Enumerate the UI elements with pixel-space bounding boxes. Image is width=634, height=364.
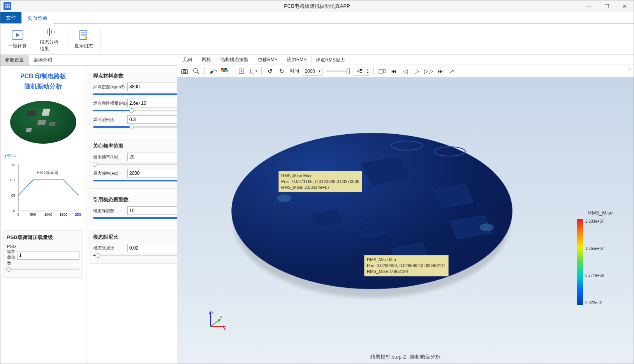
svg-marker-51 [360,155,411,186]
solder-modulus-input[interactable] [127,99,177,107]
damp-ratio-slider[interactable] [93,255,177,256]
solder-modulus-slider[interactable] [93,110,177,111]
cube-color-icon[interactable]: ▾ [220,66,230,76]
next-icon[interactable]: ▷▷ [424,66,434,76]
max-freq-input[interactable] [127,169,177,178]
chart-legend: PSD载荷谱 [37,170,58,175]
camera-icon[interactable] [180,66,190,76]
annotation-max: RMS_Mise Max Pos: -0.0271166,-0.0123289,… [278,171,362,192]
ribbon: 一键计算 模态分析结果 显示日志 [0,24,634,55]
frame-spinner[interactable]: ▲▼ [354,67,370,76]
play-icon[interactable]: ▷ [412,66,422,76]
group-psd-load: PSD载荷谱加载量级 PSD谱加载倍数 [4,230,83,278]
vtab-modal-shape[interactable]: 结构模态振型 [216,55,253,65]
psd-multiplier-slider[interactable] [7,269,79,270]
mode-count-slider[interactable] [93,217,177,219]
rotate-cw-icon[interactable]: ↻ [276,66,287,76]
brush-icon[interactable]: 🖌▾ [208,66,218,76]
waveform-icon [44,26,57,37]
svg-rect-46 [379,69,383,73]
svg-text:x: x [224,327,226,331]
svg-point-50 [434,147,465,156]
solder-density-slider[interactable] [93,93,177,95]
show-log-button[interactable]: 显示日志 [70,25,98,53]
fit-icon[interactable] [236,66,247,76]
annotation-min: RMS_Mise Min Pos: 0.0290498,-0.0265992,0… [364,255,449,276]
group-modes: 引用模态振型数 模态阵型数 [90,193,177,226]
svg-rect-16 [42,109,51,116]
vtab-stress-rms[interactable]: 应力RMS [283,55,311,65]
axis-gizmo: z x y [204,309,228,332]
export-icon[interactable]: ↗ [447,66,457,76]
svg-line-35 [197,72,199,74]
svg-point-49 [391,141,423,150]
solder-poisson-slider[interactable] [93,126,177,128]
last-icon[interactable]: ⏭ [435,66,446,76]
close-button[interactable]: ✕ [616,0,634,12]
solder-poisson-input[interactable] [127,115,177,124]
time-label: 时间: [290,68,300,74]
group-freq: 关心频率范围 最小频率(Hz) 最大频率(Hz) [90,139,177,189]
svg-text:0: 0 [17,213,19,216]
solder-density-input[interactable] [127,83,177,91]
first-icon[interactable]: ⏮ [389,66,399,76]
vtab-solder-rms[interactable]: 焊点RMS应力 [312,55,349,65]
vtab-mesh[interactable]: 网格 [197,55,215,65]
view-toolbar: 🖌▾ ▾ ▾ ↺ ↻ 时间: 2000 ▲▼ ⏮ ◁ ▷ ▷▷ ⏭ ↗ [177,65,634,77]
expand-toolbar-icon[interactable]: ⤢ [628,67,631,72]
maximize-button[interactable]: ☐ [598,0,616,12]
vtab-geom[interactable]: 几何 [179,55,197,65]
viewport[interactable]: RMS_Mise Max Pos: -0.0271166,-0.0123289,… [177,77,634,364]
svg-text:z: z [212,309,214,314]
max-freq-slider[interactable] [93,180,177,181]
svg-rect-33 [183,69,185,70]
svg-text:0: 0 [13,209,15,213]
svg-point-13 [85,36,88,39]
view-panel: 几何 网格 结构模态振型 位移RMS 应力RMS 焊点RMS应力 🖌▾ ▾ ▾ … [177,55,634,364]
minimize-button[interactable]: — [580,0,598,12]
svg-rect-39 [221,70,223,72]
time-slider[interactable] [326,70,350,72]
time-select[interactable]: 2000 [302,67,322,76]
svg-text:0.15: 0.15 [11,163,15,167]
svg-marker-47 [383,69,385,73]
left-panel: 参数设置 案例介绍 PCB 印制电路板 随机振动分析 [0,55,177,364]
svg-text:0.05: 0.05 [11,193,15,197]
modal-result-button[interactable]: 模态分析结果 [37,25,65,53]
vtab-disp-rms[interactable]: 位移RMS [254,55,282,65]
axes-icon[interactable]: ▾ [248,66,258,76]
mode-count-input[interactable] [127,206,177,215]
min-freq-slider[interactable] [93,164,177,165]
pcb-3d-model [232,124,512,311]
svg-marker-54 [434,185,473,208]
zoom-icon[interactable] [191,66,201,76]
menubar: 文件 页面菜单 [0,12,634,24]
min-freq-input[interactable] [127,153,177,161]
svg-point-58 [480,223,494,231]
result-caption: 结果模型:step-2 : 随机响应分析 [370,353,441,360]
svg-marker-52 [310,208,345,229]
menu-file[interactable]: 文件 [0,12,22,23]
svg-rect-17 [37,120,46,125]
psd-multiplier-input[interactable] [17,251,79,260]
group-solder: 焊点材料参数 焊点密度(kg/m3) 焊点弹性模量(Pa) 焊点泊松比 [90,69,177,135]
color-legend: RMS_Mise 2.033e+07 1.355e+07 6.777e+06 9… [575,210,626,217]
record-icon[interactable] [377,66,387,76]
rotate-ccw-icon[interactable]: ↺ [265,66,275,76]
log-icon [77,29,90,41]
svg-point-34 [194,69,197,72]
damp-ratio-input[interactable] [127,244,177,252]
tab-case[interactable]: 案例介绍 [29,55,57,65]
psd-chart: g^2/Hz 0 0.05 0.1 0.15 0 500 1000 1500 [4,153,81,223]
menu-page[interactable]: 页面菜单 [22,12,53,24]
svg-rect-40 [223,70,225,72]
app-icon [4,2,11,10]
svg-text:0.1: 0.1 [11,178,15,182]
svg-marker-60 [209,311,211,314]
prev-icon[interactable]: ◁ [400,66,410,76]
svg-line-45 [250,71,253,73]
titlebar: PCB电路板随机振动仿真APP — ☐ ✕ [0,0,634,12]
compute-button[interactable]: 一键计算 [4,25,32,53]
tab-params[interactable]: 参数设置 [0,55,29,65]
svg-rect-36 [221,68,223,70]
